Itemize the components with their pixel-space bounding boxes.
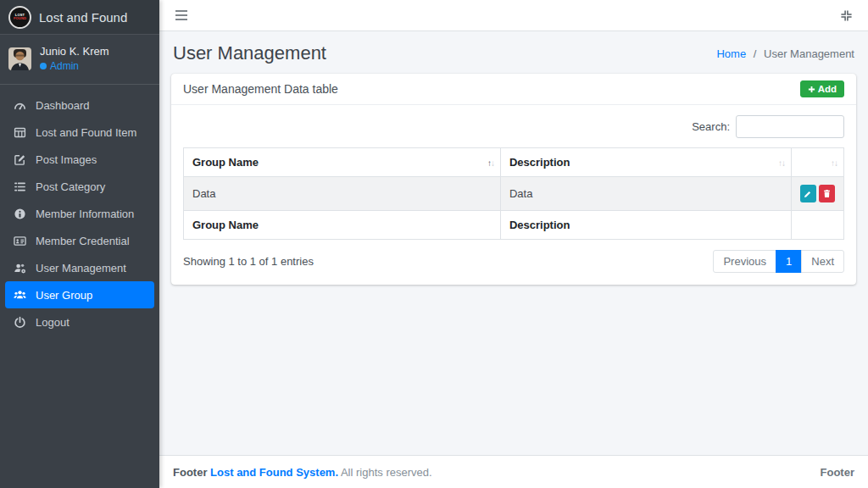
page-1-button[interactable]: 1: [776, 250, 802, 273]
column-header-actions[interactable]: ↑↓: [792, 148, 844, 177]
breadcrumb-current: User Management: [764, 47, 854, 60]
table-icon: [12, 126, 27, 139]
column-header-description[interactable]: Description ↑↓: [500, 148, 791, 177]
next-page-button[interactable]: Next: [801, 250, 844, 273]
footer-right: Footer: [821, 466, 854, 479]
cell-group-name: Data: [184, 177, 501, 211]
list-icon: [12, 180, 27, 193]
info-circle-icon: [12, 208, 27, 220]
users-icon: [12, 289, 27, 302]
search-label: Search:: [692, 120, 730, 133]
status-dot-icon: [40, 63, 47, 69]
table-footer-row: Group Name Description: [184, 211, 844, 240]
previous-page-button[interactable]: Previous: [713, 250, 776, 273]
avatar: [8, 47, 31, 70]
sidebar-item-post-images[interactable]: Post Images: [5, 146, 154, 173]
footer-brand-link[interactable]: Lost and Found System.: [210, 466, 338, 479]
column-header-group-name[interactable]: Group Name ↑↓: [184, 148, 501, 177]
data-table: Group Name ↑↓ Description ↑↓ ↑↓: [183, 147, 844, 240]
power-icon: [12, 316, 27, 329]
sort-icon: ↑↓: [487, 158, 494, 167]
footer-group-name: Group Name: [184, 211, 501, 240]
hamburger-icon[interactable]: [171, 6, 192, 25]
main-area: User Management Home / User Management U…: [159, 0, 868, 488]
footer-actions: [792, 211, 844, 240]
sidebar-item-post-category[interactable]: Post Category: [5, 173, 154, 200]
cell-actions: [792, 177, 844, 211]
card-header: User Management Data table Add: [171, 74, 856, 105]
user-panel: Junio K. Krem Admin: [0, 35, 159, 85]
search-input[interactable]: [736, 115, 844, 138]
brand[interactable]: LOST FOUND Lost and Found: [0, 0, 159, 35]
card-body: Search: Group Name ↑↓ Description ↑↓: [171, 105, 856, 285]
page-title: User Management: [173, 42, 326, 64]
content-header: User Management Home / User Management: [159, 31, 868, 74]
sidebar-item-user-management[interactable]: User Management: [5, 254, 154, 281]
delete-button[interactable]: [819, 185, 835, 202]
breadcrumb-home-link[interactable]: Home: [716, 47, 746, 60]
sidebar-item-user-group[interactable]: User Group: [5, 281, 154, 308]
entries-info: Showing 1 to 1 of 1 entries: [183, 255, 314, 268]
sidebar-item-dashboard[interactable]: Dashboard: [5, 92, 154, 119]
table-bottom: Showing 1 to 1 of 1 entries Previous 1 N…: [183, 250, 844, 273]
lost-and-found-logo-icon: LOST FOUND: [8, 6, 31, 29]
edit-button[interactable]: [800, 185, 816, 202]
sidebar-nav: Dashboard Lost and Found Item Post Image…: [0, 85, 159, 342]
id-card-icon: [12, 235, 27, 247]
user-role-badge: Admin: [40, 60, 109, 72]
sidebar-item-member-credential[interactable]: Member Credential: [5, 227, 154, 254]
users-cog-icon: [12, 262, 27, 274]
sort-icon: ↑↓: [778, 158, 785, 167]
trash-icon: [822, 189, 832, 198]
sidebar-item-lost-and-found-item[interactable]: Lost and Found Item: [5, 119, 154, 146]
sidebar-item-logout[interactable]: Logout: [5, 308, 154, 336]
pagination: Previous 1 Next: [713, 250, 844, 273]
content: User Management Home / User Management U…: [159, 31, 868, 455]
footer-description: Description: [500, 211, 791, 240]
table-row: Data Data: [184, 177, 844, 211]
plus-icon: [808, 86, 815, 93]
user-name: Junio K. Krem: [40, 45, 109, 58]
breadcrumb-separator: /: [754, 47, 757, 60]
data-table-card: User Management Data table Add Search: G…: [171, 74, 856, 285]
breadcrumb: Home / User Management: [716, 47, 854, 60]
add-button[interactable]: Add: [800, 80, 844, 97]
brand-title: Lost and Found: [39, 10, 127, 25]
pencil-icon: [804, 189, 813, 198]
footer: Footer Lost and Found System. All rights…: [159, 455, 868, 488]
sidebar: LOST FOUND Lost and Found Junio K. Krem …: [0, 0, 159, 488]
compress-icon[interactable]: [837, 6, 856, 25]
sort-icon: ↑↓: [831, 158, 837, 167]
footer-left: Footer Lost and Found System. All rights…: [173, 466, 432, 479]
top-navbar: [159, 0, 868, 31]
edit-square-icon: [12, 153, 27, 166]
search-row: Search:: [183, 115, 844, 138]
sidebar-item-member-information[interactable]: Member Information: [5, 200, 154, 227]
card-title: User Management Data table: [183, 82, 338, 96]
cell-description: Data: [500, 177, 791, 211]
dashboard-icon: [12, 99, 27, 112]
